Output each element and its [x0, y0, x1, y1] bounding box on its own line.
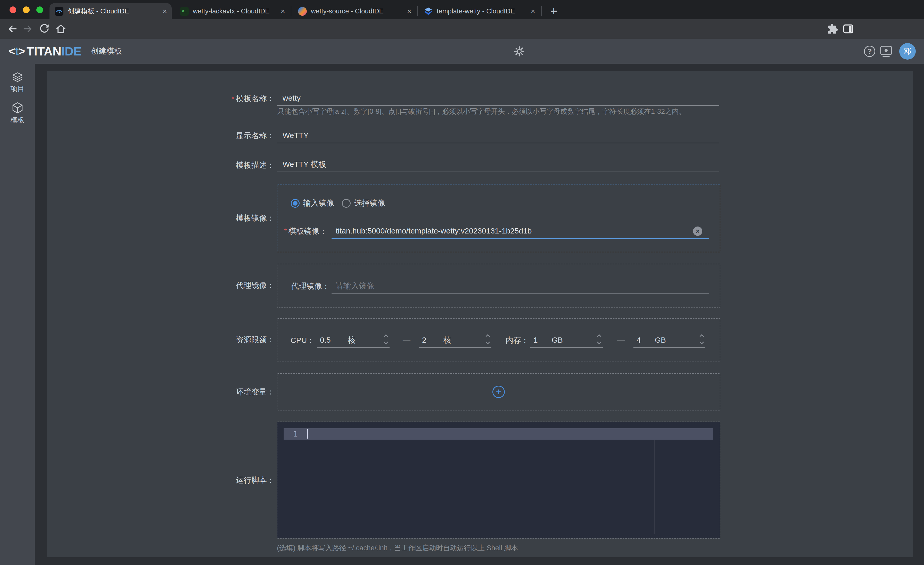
app-sidebar: 项目 模板 [0, 64, 35, 565]
range-dash: — [399, 333, 414, 348]
cube-icon [12, 102, 24, 114]
mem-min-stepper[interactable]: 1 GB [530, 333, 603, 348]
titanide-favicon-icon: <t> [55, 7, 63, 16]
editor-cursor [308, 429, 308, 439]
radio-input-image-label[interactable]: 输入镜像 [303, 198, 334, 209]
cpu-min-stepper[interactable]: 0.5 核 [317, 333, 390, 348]
stepper-up-icon[interactable] [597, 334, 602, 339]
memory-label: 内存： [506, 333, 529, 348]
page-title: 创建模板 [91, 39, 122, 64]
cpu-max-stepper[interactable]: 2 核 [419, 333, 491, 348]
env-vars-box: + [277, 373, 720, 410]
new-tab-button[interactable]: + [546, 3, 561, 19]
user-avatar[interactable]: 邓 [899, 39, 916, 64]
browser-tab-wetty-source[interactable]: wetty-source - CloudIDE × [293, 3, 416, 20]
proxy-image-box: 代理镜像： 请输入镜像 [277, 264, 720, 308]
browser-tab-wetty-lackavtx[interactable]: >_ wetty-lackavtx - CloudIDE × [175, 3, 290, 20]
add-env-var-button[interactable]: + [492, 386, 505, 398]
stepper-down-icon[interactable] [384, 340, 388, 344]
radio-select-image-label[interactable]: 选择镜像 [354, 198, 385, 209]
stepper-down-icon[interactable] [597, 340, 602, 344]
traffic-zoom-icon[interactable] [36, 6, 43, 13]
run-script-hint: (选填) 脚本将写入路径 ~/.cache/.init，当工作区启动时自动运行以… [277, 543, 518, 553]
cpu-label: CPU： [291, 333, 315, 348]
tab-separator [417, 6, 418, 16]
editor-current-line: 1 [284, 428, 713, 440]
console-monitor-icon[interactable] [879, 39, 894, 64]
resource-quota-label: 资源限额： [182, 334, 274, 346]
tab-title: wetty-source - CloudIDE [311, 7, 403, 15]
stepper-up-icon[interactable] [384, 334, 388, 339]
ide-favicon-icon [298, 7, 307, 16]
settings-gear-icon[interactable] [512, 39, 527, 64]
reload-icon[interactable] [39, 23, 50, 35]
run-script-box: 1 [277, 422, 720, 539]
mem-max-stepper[interactable]: 4 GB [633, 333, 705, 348]
browser-toolbar: go.titanide.cn/ide/web/workspace/templat… [0, 20, 924, 39]
forward-icon[interactable] [22, 23, 33, 35]
tab-close-icon[interactable]: × [162, 8, 167, 15]
tab-title: template-wetty - CloudIDE [437, 7, 527, 15]
stepper-down-icon[interactable] [700, 340, 704, 344]
home-icon[interactable] [55, 23, 66, 35]
diamond-favicon-icon [424, 7, 433, 16]
template-desc-input[interactable]: WeTTY 模板 [277, 157, 719, 172]
tab-close-icon[interactable]: × [280, 8, 285, 15]
sidebar-item-projects[interactable]: 项目 [0, 72, 35, 93]
app-header: <t> TITANIDE 创建模板 titan-dev ? [0, 39, 924, 64]
template-name-input[interactable]: wetty [277, 91, 719, 106]
resource-quota-box: CPU： 0.5 核 — 2 核 内存： 1 GB — 4 GB [277, 319, 720, 361]
logo-titan: TITAN [27, 44, 62, 58]
tab-title: wetty-lackavtx - CloudIDE [193, 7, 277, 15]
editor-column-ruler [654, 440, 655, 534]
titanide-logo[interactable]: <t> TITANIDE [9, 39, 81, 64]
radio-select-image[interactable] [342, 199, 351, 208]
traffic-close-icon[interactable] [9, 6, 16, 13]
tab-title: 创建模板 - CloudIDE [68, 7, 159, 16]
side-panel-icon[interactable] [843, 23, 854, 35]
browser-tab-strip: <t> 创建模板 - CloudIDE × >_ wetty-lackavtx … [0, 0, 924, 20]
template-image-box: 输入镜像 选择镜像 * 模板镜像： titan.hub:5000/demo/te… [277, 184, 720, 252]
layers-icon [12, 72, 24, 83]
template-name-hint: 只能包含小写字母[a-z]、数字[0-9]、点[.]与破折号[-]，必须以小写字… [278, 107, 686, 116]
template-image-label: 模板镜像： [182, 212, 274, 224]
tab-separator [541, 6, 542, 16]
proxy-image-label: 代理镜像： [182, 279, 274, 291]
template-name-label: *模板名称： [182, 93, 274, 104]
range-dash: — [614, 333, 629, 348]
traffic-minimize-icon[interactable] [23, 6, 30, 13]
line-number: 1 [293, 430, 298, 438]
tab-close-icon[interactable]: × [407, 8, 411, 15]
stepper-up-icon[interactable] [486, 334, 490, 339]
back-icon[interactable] [7, 23, 18, 35]
terminal-favicon-icon: >_ [180, 7, 189, 16]
display-name-label: 显示名称： [182, 130, 274, 141]
tab-close-icon[interactable]: × [531, 8, 535, 15]
sidebar-item-templates[interactable]: 模板 [0, 102, 35, 125]
image-inner-label-row: * 模板镜像： [284, 224, 327, 239]
template-image-input[interactable]: titan.hub:5000/demo/template-wetty:v2023… [332, 224, 709, 239]
screen: <t> 创建模板 - CloudIDE × >_ wetty-lackavtx … [0, 0, 924, 565]
proxy-image-input[interactable]: 请输入镜像 [332, 279, 709, 294]
radio-input-image[interactable] [291, 199, 300, 208]
stepper-up-icon[interactable] [700, 334, 704, 339]
logo-ide: IDE [62, 44, 81, 58]
extensions-puzzle-icon[interactable] [827, 23, 838, 35]
help-icon[interactable]: ? [863, 39, 876, 64]
template-desc-label: 模板描述： [182, 159, 274, 171]
browser-tab-template-wetty[interactable]: template-wetty - CloudIDE × [418, 3, 540, 20]
proxy-inner-label: 代理镜像： [291, 279, 330, 294]
stepper-down-icon[interactable] [486, 340, 490, 344]
env-vars-label: 环境变量： [182, 386, 274, 398]
clear-input-icon[interactable]: × [693, 227, 702, 236]
run-script-label: 运行脚本： [182, 475, 274, 486]
browser-tab-create-template[interactable]: <t> 创建模板 - CloudIDE × [50, 3, 172, 20]
script-code-editor[interactable]: 1 [278, 422, 720, 538]
display-name-input[interactable]: WeTTY [277, 128, 719, 143]
tab-separator [291, 6, 291, 16]
